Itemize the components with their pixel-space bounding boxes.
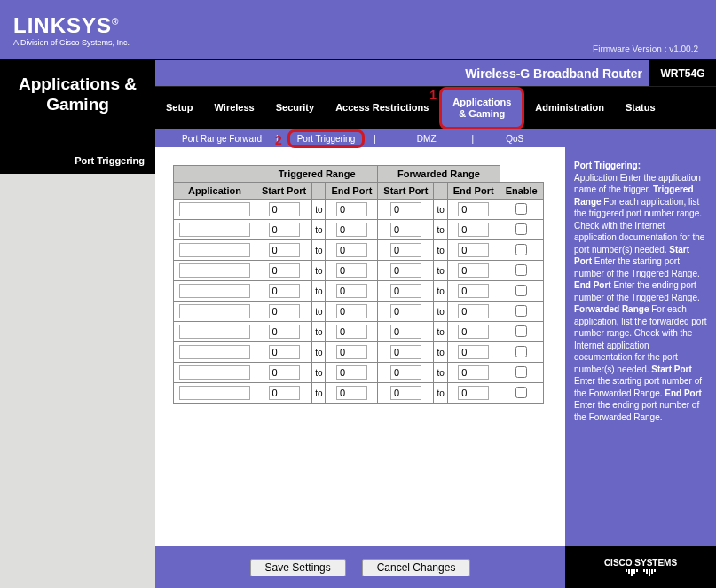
subnav: Port Range Forward | Port Triggering | D… <box>155 129 716 147</box>
tab-status[interactable]: Status <box>615 87 666 129</box>
application-input[interactable] <box>179 345 250 359</box>
application-input[interactable] <box>179 202 250 216</box>
enable-checkbox[interactable] <box>515 346 527 357</box>
enable-checkbox[interactable] <box>515 203 527 215</box>
application-input[interactable] <box>179 386 250 400</box>
trig-start-input[interactable] <box>269 223 300 237</box>
trig-end-input[interactable] <box>336 263 367 278</box>
tab-access-restrictions[interactable]: Access Restrictions <box>325 87 439 129</box>
fwd-end-input[interactable] <box>458 304 489 318</box>
subnav-spacer <box>0 129 155 147</box>
application-input[interactable] <box>179 243 250 257</box>
fwd-end-input[interactable] <box>458 202 489 216</box>
fwd-end-input[interactable] <box>458 386 489 400</box>
application-input[interactable] <box>179 304 250 318</box>
trig-start-input[interactable] <box>269 325 300 339</box>
th-end-port-trig: End Port <box>326 183 378 200</box>
enable-checkbox[interactable] <box>515 325 527 337</box>
fwd-end-input[interactable] <box>458 345 489 359</box>
fwd-start-input[interactable] <box>390 263 421 278</box>
fwd-start-input[interactable] <box>390 243 421 257</box>
fwd-start-input[interactable] <box>390 386 421 400</box>
tab-administration[interactable]: Administration <box>524 87 615 129</box>
subnav-sep: | <box>374 134 376 144</box>
th-application: Application <box>174 183 256 200</box>
application-input[interactable] <box>179 365 250 380</box>
trig-start-input[interactable] <box>269 386 300 400</box>
th-enable: Enable <box>500 183 543 200</box>
application-input[interactable] <box>179 325 250 339</box>
trig-start-input[interactable] <box>269 202 300 216</box>
button-bar: Save Settings Cancel Changes <box>155 546 565 588</box>
fwd-start-input[interactable] <box>390 365 421 380</box>
reg-mark: ® <box>112 17 119 27</box>
cisco-text: CISCO SYSTEMS <box>604 558 677 568</box>
table-row: toto <box>174 240 544 261</box>
application-input[interactable] <box>179 284 250 298</box>
fwd-start-input[interactable] <box>390 284 421 298</box>
enable-checkbox[interactable] <box>515 264 527 276</box>
to-label: to <box>312 281 326 302</box>
trig-end-input[interactable] <box>336 223 367 237</box>
th-forwarded-range: Forwarded Range <box>378 166 500 183</box>
subnav-dmz[interactable]: DMZ <box>417 134 437 144</box>
trig-start-input[interactable] <box>269 345 300 359</box>
fwd-end-input[interactable] <box>458 284 489 298</box>
tab-applications-gaming[interactable]: 1 Applications & Gaming <box>439 87 524 129</box>
cisco-bars-icon <box>626 569 656 576</box>
trig-start-input[interactable] <box>269 284 300 298</box>
bottom-row: Save Settings Cancel Changes CISCO SYSTE… <box>0 546 716 588</box>
title-right: Wireless-G Broadband Router WRT54G Setup… <box>155 60 716 129</box>
fwd-start-input[interactable] <box>390 202 421 216</box>
application-input[interactable] <box>179 223 250 237</box>
fwd-start-input[interactable] <box>390 345 421 359</box>
trig-end-input[interactable] <box>336 345 367 359</box>
tab-security[interactable]: Security <box>265 87 325 129</box>
fwd-end-input[interactable] <box>458 243 489 257</box>
th-blank <box>174 166 256 183</box>
to-label: to <box>312 363 326 383</box>
subnav-sep: | <box>472 134 475 144</box>
trig-start-input[interactable] <box>269 365 300 380</box>
to-label: to <box>312 342 326 363</box>
subnav-port-triggering[interactable]: Port Triggering <box>287 129 366 148</box>
trig-start-input[interactable] <box>269 304 300 318</box>
fwd-end-input[interactable] <box>458 365 489 380</box>
trig-start-input[interactable] <box>269 243 300 257</box>
to-label: to <box>312 220 326 240</box>
trig-end-input[interactable] <box>336 304 367 318</box>
to-label: to <box>434 322 447 342</box>
trig-end-input[interactable] <box>336 325 367 339</box>
fwd-start-input[interactable] <box>390 223 421 237</box>
trig-end-input[interactable] <box>336 386 367 400</box>
save-button[interactable]: Save Settings <box>250 559 346 576</box>
table-row: toto <box>174 322 544 342</box>
trig-end-input[interactable] <box>336 202 367 216</box>
fwd-end-input[interactable] <box>458 325 489 339</box>
trig-start-input[interactable] <box>269 263 300 278</box>
enable-checkbox[interactable] <box>515 244 527 255</box>
enable-checkbox[interactable] <box>515 285 527 296</box>
enable-checkbox[interactable] <box>515 366 527 378</box>
fwd-start-input[interactable] <box>390 304 421 318</box>
subnav-port-range-forward[interactable]: Port Range Forward <box>182 134 262 144</box>
to-label: to <box>312 383 326 404</box>
fwd-start-input[interactable] <box>390 325 421 339</box>
subnav-qos[interactable]: QoS <box>506 134 523 144</box>
cancel-button[interactable]: Cancel Changes <box>362 559 471 576</box>
trig-end-input[interactable] <box>336 365 367 380</box>
fwd-end-input[interactable] <box>458 223 489 237</box>
trig-end-input[interactable] <box>336 284 367 298</box>
enable-checkbox[interactable] <box>515 387 527 398</box>
subnav-row: Port Range Forward | Port Triggering | D… <box>0 129 716 147</box>
trig-end-input[interactable] <box>336 243 367 257</box>
tab-setup[interactable]: Setup <box>155 87 204 129</box>
enable-checkbox[interactable] <box>515 223 527 235</box>
table-row: toto <box>174 342 544 363</box>
title-row: Applications & Gaming Wireless-G Broadba… <box>0 60 716 129</box>
tab-wireless[interactable]: Wireless <box>204 87 265 129</box>
enable-checkbox[interactable] <box>515 305 527 317</box>
fwd-end-input[interactable] <box>458 263 489 278</box>
application-input[interactable] <box>179 263 250 278</box>
to-label: to <box>434 363 447 383</box>
